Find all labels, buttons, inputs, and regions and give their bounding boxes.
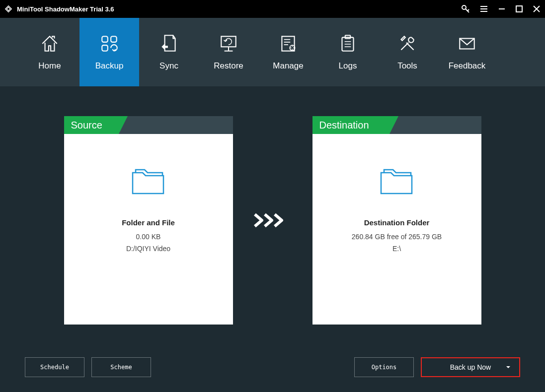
destination-header: Destination [312,116,481,134]
manage-icon [278,33,299,54]
svg-rect-5 [221,36,235,47]
nav-backup[interactable]: Backup [79,18,139,86]
folder-icon [377,164,417,198]
nav-feedback[interactable]: Feedback [437,18,497,86]
nav-label: Manage [273,61,303,71]
close-icon[interactable] [532,4,541,13]
nav-label: Tools [397,61,417,71]
main-content: Source Folder and File 0.00 KB D:/IQIYI … [0,86,545,325]
folder-icon [129,164,168,198]
menu-icon[interactable] [479,4,488,13]
nav-label: Sync [159,61,178,71]
source-header-text: Source [64,120,102,131]
source-size: 0.00 KB [136,233,161,241]
schedule-button[interactable]: Schedule [25,357,84,377]
svg-rect-6 [282,36,294,51]
sync-icon [158,33,179,54]
nav-label: Logs [339,61,357,71]
nav-logs[interactable]: Logs [318,18,378,86]
svg-rect-3 [111,36,117,42]
destination-path: E:\ [392,245,401,253]
svg-rect-2 [102,36,108,42]
maximize-icon[interactable] [515,5,523,13]
nav-home[interactable]: Home [20,18,79,86]
minimize-icon[interactable] [497,4,506,13]
svg-rect-4 [102,45,108,51]
svg-rect-9 [345,35,351,38]
home-icon [39,33,60,54]
svg-point-0 [462,5,466,9]
footer: Schedule Scheme Options Back up Now [25,357,520,377]
nav-label: Backup [95,61,124,71]
restore-icon [218,33,239,54]
nav-label: Feedback [449,61,486,71]
feedback-icon [457,33,477,54]
backup-icon [99,33,120,54]
app-title: MiniTool ShadowMaker Trial 3.6 [17,5,461,13]
app-logo-icon [4,4,13,13]
arrows-icon [253,116,293,325]
source-card[interactable]: Source Folder and File 0.00 KB D:/IQIYI … [64,116,233,325]
options-button[interactable]: Options [354,357,414,377]
nav-label: Home [38,61,61,71]
destination-header-text: Destination [312,120,369,131]
nav-label: Restore [214,61,243,71]
nav-sync[interactable]: Sync [139,18,199,86]
destination-space: 260.84 GB free of 265.79 GB [352,233,442,241]
source-path: D:/IQIYI Video [126,245,170,253]
tools-icon [397,33,418,54]
nav-manage[interactable]: Manage [258,18,318,86]
source-header: Source [64,116,233,134]
svg-rect-1 [516,6,522,12]
logs-icon [337,33,358,54]
scheme-button[interactable]: Scheme [91,357,151,377]
backup-now-button[interactable]: Back up Now [421,357,520,377]
key-icon[interactable] [461,4,470,14]
nav-tools[interactable]: Tools [378,18,437,86]
destination-title: Destination Folder [364,218,430,227]
destination-card[interactable]: Destination Destination Folder 260.84 GB… [312,116,481,325]
source-title: Folder and File [122,218,175,227]
nav-restore[interactable]: Restore [199,18,258,86]
navbar: Home Backup Sync Restore Manage Logs Too… [0,18,545,86]
titlebar: MiniTool ShadowMaker Trial 3.6 [0,0,545,18]
